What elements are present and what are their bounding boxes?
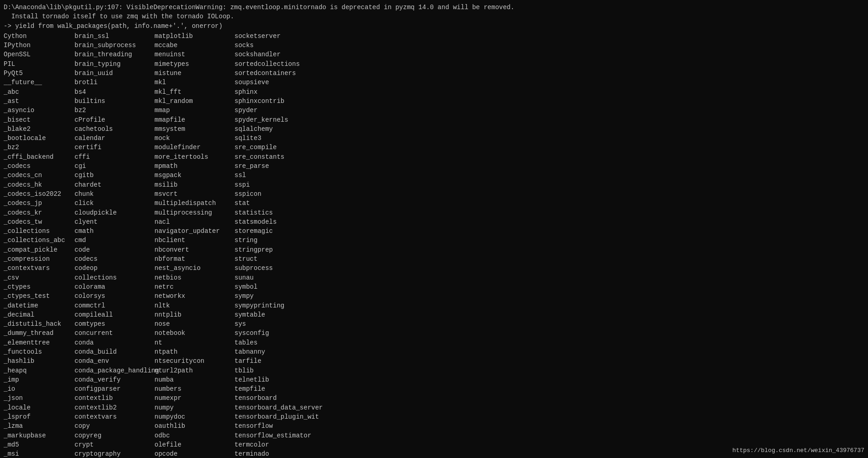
package-cell: _markupbase bbox=[4, 431, 75, 440]
package-cell: copyreg bbox=[75, 431, 154, 440]
package-cell: contextlib bbox=[75, 393, 154, 403]
package-cell: sympyprinting bbox=[234, 301, 326, 310]
package-cell: brain_uuid bbox=[75, 69, 154, 78]
package-cell: tables bbox=[234, 338, 326, 347]
package-cell: nacl bbox=[154, 217, 234, 226]
package-cell: netbios bbox=[154, 273, 234, 282]
package-cell: telnetlib bbox=[234, 375, 326, 384]
package-cell: sphinx bbox=[234, 87, 326, 97]
package-cell: ntpath bbox=[154, 347, 234, 356]
package-cell: menuinst bbox=[154, 50, 234, 59]
package-cell: click bbox=[75, 199, 154, 208]
package-cell: mkl_random bbox=[154, 97, 234, 106]
package-cell: crypt bbox=[75, 440, 154, 449]
warning-block: D:\Anaconda\lib\pkgutil.py:107: VisibleD… bbox=[4, 3, 864, 22]
package-cell: msgpack bbox=[154, 171, 234, 180]
package-cell: _codecs_iso2022 bbox=[4, 189, 75, 199]
package-cell: cffi bbox=[75, 152, 154, 162]
package-cell: _compression bbox=[4, 254, 75, 264]
package-cell: tensorflow_estimator bbox=[234, 431, 326, 440]
package-cell: mock bbox=[154, 134, 234, 143]
package-cell: mkl bbox=[154, 78, 234, 87]
package-cell: bs4 bbox=[75, 87, 154, 97]
package-cell: clyent bbox=[75, 217, 154, 226]
package-cell: subprocess bbox=[234, 264, 326, 273]
package-cell: __future__ bbox=[4, 78, 75, 87]
package-cell: networkx bbox=[154, 291, 234, 301]
package-cell: _ast bbox=[4, 97, 75, 106]
package-cell: sspicon bbox=[234, 189, 326, 199]
package-cell: nbformat bbox=[154, 254, 234, 264]
package-cell: soupsieve bbox=[234, 78, 326, 87]
package-cell: nbconvert bbox=[154, 245, 234, 254]
package-cell: _msi bbox=[4, 449, 75, 458]
package-cell: tensorflow bbox=[234, 421, 326, 431]
package-cell: sortedcontainers bbox=[234, 69, 326, 78]
package-cell: _decimal bbox=[4, 310, 75, 319]
package-cell: opcode bbox=[154, 449, 234, 458]
package-grid: Cythonbrain_sslmatplotlibsocketserverIPy… bbox=[4, 32, 864, 458]
package-cell: msvcrt bbox=[154, 189, 234, 199]
package-cell: more_itertools bbox=[154, 152, 234, 162]
package-cell: ssl bbox=[234, 171, 326, 180]
package-cell: oauthlib bbox=[154, 421, 234, 431]
package-cell: mccabe bbox=[154, 41, 234, 50]
package-cell: stringprep bbox=[234, 245, 326, 254]
package-cell: ntsecuritycon bbox=[154, 356, 234, 366]
package-cell: cmath bbox=[75, 226, 154, 236]
package-cell: _elementtree bbox=[4, 338, 75, 347]
package-cell: _codecs_cn bbox=[4, 171, 75, 180]
package-cell: socks bbox=[234, 41, 326, 50]
package-cell: _ctypes bbox=[4, 282, 75, 291]
package-cell: matplotlib bbox=[154, 32, 234, 41]
package-cell: _blake2 bbox=[4, 124, 75, 134]
package-cell: sympy bbox=[234, 291, 326, 301]
package-cell: tensorboard_data_server bbox=[234, 403, 326, 412]
package-cell: sysconfig bbox=[234, 329, 326, 338]
package-cell: numba bbox=[154, 375, 234, 384]
package-cell: nntplib bbox=[154, 310, 234, 319]
package-cell: _datetime bbox=[4, 301, 75, 310]
package-cell: sortedcollections bbox=[234, 59, 326, 69]
package-cell: nt bbox=[154, 338, 234, 347]
package-cell: tensorboard_plugin_wit bbox=[234, 412, 326, 421]
package-cell: sockshandler bbox=[234, 50, 326, 59]
package-cell: sre_compile bbox=[234, 143, 326, 152]
package-cell: code bbox=[75, 245, 154, 254]
package-cell: _md5 bbox=[4, 440, 75, 449]
package-cell: _codecs_tw bbox=[4, 217, 75, 226]
package-cell: symbol bbox=[234, 282, 326, 291]
package-cell: _bz2 bbox=[4, 143, 75, 152]
package-cell: numexpr bbox=[154, 393, 234, 403]
package-cell: _functools bbox=[4, 347, 75, 356]
package-cell: cryptography bbox=[75, 449, 154, 458]
package-cell: odbc bbox=[154, 431, 234, 440]
yield-line: -> yield from walk_packages(path, info.n… bbox=[4, 22, 864, 31]
package-cell: mistune bbox=[154, 69, 234, 78]
package-cell: multiprocessing bbox=[154, 208, 234, 217]
package-cell: calendar bbox=[75, 134, 154, 143]
package-cell: _lsprof bbox=[4, 412, 75, 421]
package-cell: cgitb bbox=[75, 171, 154, 180]
package-cell: socketserver bbox=[234, 32, 326, 41]
package-cell: tblib bbox=[234, 366, 326, 375]
package-cell: cProfile bbox=[75, 115, 154, 124]
package-cell: cachetools bbox=[75, 124, 154, 134]
package-cell: mmap bbox=[154, 106, 234, 115]
package-cell: _bootlocale bbox=[4, 134, 75, 143]
package-cell: notebook bbox=[154, 329, 234, 338]
package-cell: spyder bbox=[234, 106, 326, 115]
package-cell: nose bbox=[154, 319, 234, 329]
package-cell: conda bbox=[75, 338, 154, 347]
package-cell: _ctypes_test bbox=[4, 291, 75, 301]
package-cell: _dummy_thread bbox=[4, 329, 75, 338]
package-cell: tempfile bbox=[234, 384, 326, 393]
package-cell: mpmath bbox=[154, 162, 234, 171]
package-cell: nltk bbox=[154, 301, 234, 310]
package-cell: netrc bbox=[154, 282, 234, 291]
package-cell: brotli bbox=[75, 78, 154, 87]
package-cell: OpenSSL bbox=[4, 50, 75, 59]
package-cell: nturl2path bbox=[154, 366, 234, 375]
package-cell: _compat_pickle bbox=[4, 245, 75, 254]
package-cell: certifi bbox=[75, 143, 154, 152]
